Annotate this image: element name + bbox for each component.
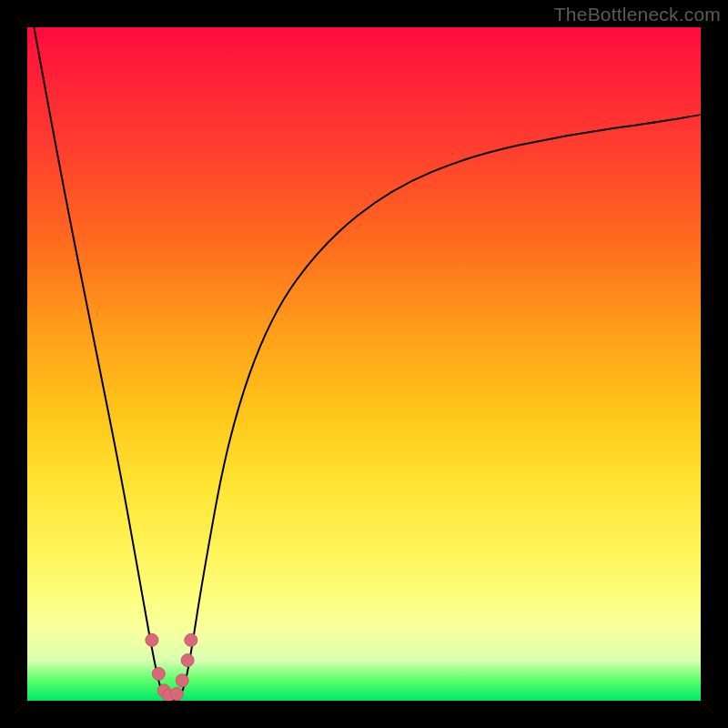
watermark-text: TheBottleneck.com (554, 4, 721, 25)
curve-layer (27, 27, 701, 701)
curve-marker (170, 688, 183, 701)
chart-frame: TheBottleneck.com (0, 0, 728, 728)
curve-marker (152, 667, 165, 680)
bottleneck-curve (34, 27, 701, 701)
curve-marker (181, 654, 194, 667)
plot-area (27, 27, 701, 701)
curve-marker (176, 674, 188, 687)
curve-marker (146, 633, 158, 646)
curve-marker (185, 633, 197, 646)
